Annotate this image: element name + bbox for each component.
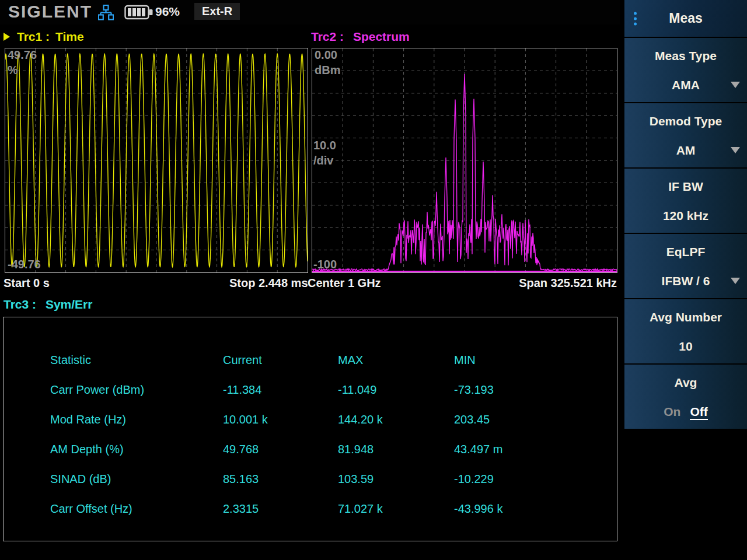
sidebar-button-label: Avg Number xyxy=(624,310,747,324)
battery-percent: 96% xyxy=(155,5,180,19)
stat-value: 144.20 k xyxy=(338,413,454,426)
menu-title[interactable]: Meas xyxy=(624,0,747,37)
statistics-table: StatisticCurrentMAXMINCarr Power (dBm)-1… xyxy=(3,317,617,541)
sidebar-button-value: 120 kHz xyxy=(624,209,747,223)
stat-value: 43.497 m xyxy=(454,443,617,456)
trace3-name: Trc3 : xyxy=(4,298,36,311)
trace3-type: Sym/Err xyxy=(46,298,93,311)
stat-value: 2.3315 xyxy=(223,502,338,516)
sidebar-button-label: EqLPF xyxy=(624,245,747,259)
spec-center-annotation: Center 1 GHz xyxy=(308,276,381,290)
stat-value: 10.001 k xyxy=(223,413,338,426)
table-row: SINAD (dB)85.163103.59-10.229 xyxy=(4,464,617,494)
spec-scale: 10.0 xyxy=(313,139,336,152)
stat-label: Carr Offset (Hz) xyxy=(50,502,223,516)
time-ref-level: 49.76 xyxy=(8,48,37,62)
avg-on-off-toggle[interactable]: OnOff xyxy=(624,405,747,419)
table-row: Mod Rate (Hz)10.001 k144.20 k203.45 xyxy=(4,405,617,435)
stat-value: -43.996 k xyxy=(454,502,617,516)
stat-value: 203.45 xyxy=(454,413,617,426)
stat-value: 103.59 xyxy=(338,473,454,486)
table-row: Carr Offset (Hz)2.331571.027 k-43.996 k xyxy=(4,494,617,524)
sidebar-button-label: Demod Type xyxy=(624,114,747,128)
stat-value: 85.163 xyxy=(223,473,338,486)
stat-value: -73.193 xyxy=(454,383,617,397)
stat-value: -10.229 xyxy=(454,473,617,486)
sidebar-button-label: Avg xyxy=(624,376,747,390)
trace1-type: Time xyxy=(55,30,84,44)
lan-network-icon xyxy=(98,5,114,20)
spec-span-annotation: Span 325.521 kHz xyxy=(519,276,617,290)
trace1-name: Trc1 : xyxy=(17,30,50,44)
time-plot: 49.76 % -49.76 xyxy=(5,48,308,273)
toggle-on-option[interactable]: On xyxy=(664,405,680,418)
dropdown-arrow-icon xyxy=(731,278,740,284)
stat-label: SINAD (dB) xyxy=(50,473,223,486)
spectrum-trace-canvas xyxy=(312,48,617,272)
stat-value: -11.049 xyxy=(338,383,454,397)
analyzer-screen: SIGLENT 96% Ext-R Trc1 : Time Trc2 : Spe… xyxy=(0,0,747,560)
spec-bottom-level: -100 xyxy=(313,258,337,271)
active-trace-arrow-icon xyxy=(4,33,10,41)
menu-dots-icon xyxy=(634,12,637,25)
stat-value: -11.384 xyxy=(223,383,338,397)
stat-value: MAX xyxy=(338,354,454,367)
stat-label: Mod Rate (Hz) xyxy=(50,413,223,426)
sidebar-button-value: AMA xyxy=(624,78,747,92)
dropdown-arrow-icon xyxy=(731,82,740,88)
sidebar-button-if-bw[interactable]: IF BW120 kHz xyxy=(624,169,747,233)
sidebar-button-eqlpf[interactable]: EqLPFIFBW / 6 xyxy=(624,234,747,298)
spec-unit: dBm xyxy=(315,64,340,77)
stat-value: Current xyxy=(223,354,338,367)
table-row: AM Depth (%)49.76881.94843.497 m xyxy=(4,435,617,464)
meas-menu-sidebar: Meas Meas TypeAMADemod TypeAMIF BW120 kH… xyxy=(624,0,747,560)
sidebar-button-value: 10 xyxy=(624,340,747,354)
top-status-bar: SIGLENT 96% Ext-R xyxy=(0,0,620,24)
table-row: Carr Power (dBm)-11.384-11.049-73.193 xyxy=(4,375,617,405)
battery-icon xyxy=(124,5,153,20)
time-unit: % xyxy=(8,64,18,77)
time-start-annotation: Start 0 s xyxy=(4,276,50,290)
sidebar-button-value: AM xyxy=(624,144,747,158)
dropdown-arrow-icon xyxy=(731,147,740,153)
ext-ref-badge: Ext-R xyxy=(194,3,240,20)
spec-ref-level: 0.00 xyxy=(315,48,337,62)
sidebar-button-avg[interactable]: AvgOnOff xyxy=(624,365,747,429)
stat-label: Carr Power (dBm) xyxy=(50,383,223,397)
sidebar-button-value: IFBW / 6 xyxy=(624,274,747,288)
trace1-label[interactable]: Trc1 : Time xyxy=(4,30,84,44)
time-bottom-level: -49.76 xyxy=(8,258,41,271)
spectrum-plot: 0.00 dBm 10.0 /div -100 xyxy=(312,48,617,273)
trace2-type: Spectrum xyxy=(353,30,410,43)
stat-value: 81.948 xyxy=(338,443,454,456)
stat-value: 49.768 xyxy=(223,443,338,456)
spec-scale-unit: /div xyxy=(313,154,333,167)
stat-value: MIN xyxy=(454,354,617,367)
trace2-label[interactable]: Trc2 : Spectrum xyxy=(311,30,410,44)
time-waveform-canvas xyxy=(5,48,308,272)
stat-value: 71.027 k xyxy=(338,502,454,516)
sidebar-button-demod-type[interactable]: Demod TypeAM xyxy=(624,103,747,167)
trace2-name: Trc2 : xyxy=(311,30,344,43)
toggle-off-option-selected[interactable]: Off xyxy=(690,405,707,420)
sidebar-button-label: Meas Type xyxy=(624,49,747,63)
siglent-logo: SIGLENT xyxy=(8,2,92,22)
sidebar-button-label: IF BW xyxy=(624,180,747,194)
table-header-row: StatisticCurrentMAXMIN xyxy=(4,345,617,375)
time-stop-annotation: Stop 2.448 ms xyxy=(229,276,308,290)
stat-label: AM Depth (%) xyxy=(50,443,223,456)
menu-title-text: Meas xyxy=(669,10,703,26)
sidebar-button-avg-number[interactable]: Avg Number10 xyxy=(624,299,747,363)
sidebar-button-meas-type[interactable]: Meas TypeAMA xyxy=(624,38,747,102)
stat-label: Statistic xyxy=(50,354,223,367)
trace3-label[interactable]: Trc3 : Sym/Err xyxy=(4,298,92,312)
